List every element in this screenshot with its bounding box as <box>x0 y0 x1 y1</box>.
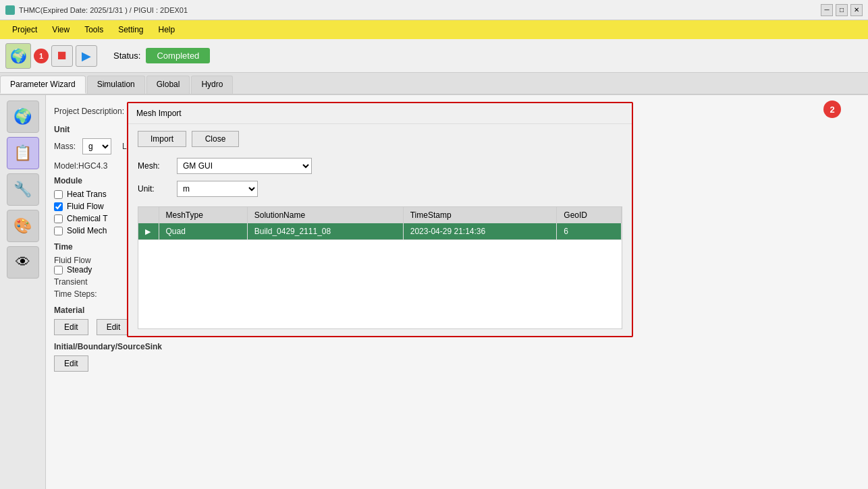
tab-global[interactable]: Global <box>146 76 190 94</box>
mesh-table: MeshType SolutionName TimeStamp GeoID <box>138 207 622 240</box>
main-content: 2 Project Description: Unit Mass: g kg l… <box>46 95 868 489</box>
col-timestamp: TimeStamp <box>403 207 557 223</box>
cell-solutionname: Build_0429_2111_08 <box>247 223 403 240</box>
menu-bar: Project View Tools Setting Help <box>0 20 868 39</box>
unit-modal-select[interactable]: m cm ft <box>177 181 258 197</box>
toolbar-icons: 🌍 1 ⏹ ▶ <box>5 43 97 69</box>
globe-button[interactable]: 🌍 <box>5 43 31 69</box>
table-row[interactable]: ▶ Quad Build_0429_2111_08 2023-04-29 21:… <box>138 223 622 240</box>
menu-setting[interactable]: Setting <box>111 23 150 36</box>
cell-geoid: 6 <box>557 223 622 240</box>
mesh-table-area: MeshType SolutionName TimeStamp GeoID <box>138 207 622 328</box>
unit-modal-label: Unit: <box>138 184 171 194</box>
badge-1: 1 <box>34 49 49 63</box>
modal-overlay: Mesh Import Import Close Mesh: GM GUI Ot… <box>46 95 868 380</box>
row-arrow: ▶ <box>138 223 159 240</box>
stop-button[interactable]: ⏹ <box>51 45 73 67</box>
sidebar: 🌍 📋 🔧 🎨 👁 <box>0 95 46 489</box>
unit-form-row: Unit: m cm ft <box>138 181 622 197</box>
sidebar-icon-0[interactable]: 🌍 <box>7 100 39 133</box>
window-controls[interactable]: ─ □ ✕ <box>821 4 863 16</box>
close-button[interactable]: ✕ <box>850 4 863 16</box>
mesh-form-row: Mesh: GM GUI Other <box>138 158 622 174</box>
minimize-button[interactable]: ─ <box>821 4 833 16</box>
maximize-button[interactable]: □ <box>836 4 848 16</box>
status-badge: Completed <box>146 48 210 63</box>
status-area: Status: Completed <box>113 48 210 63</box>
mesh-select[interactable]: GM GUI Other <box>177 158 312 174</box>
modal-body: Import Close Mesh: GM GUI Other Unit: <box>128 124 632 336</box>
sidebar-icon-2[interactable]: 🔧 <box>7 173 39 206</box>
menu-view[interactable]: View <box>45 23 76 36</box>
col-arrow <box>138 207 159 223</box>
tab-parameter-wizard[interactable]: Parameter Wizard <box>0 76 86 94</box>
content-area: 2 Project Description: Unit Mass: g kg l… <box>46 95 868 380</box>
tab-hydro[interactable]: Hydro <box>191 76 233 94</box>
cell-timestamp: 2023-04-29 21:14:36 <box>403 223 557 240</box>
sidebar-icon-4[interactable]: 👁 <box>7 246 39 279</box>
main-layout: 🌍 📋 🔧 🎨 👁 2 Project Description: Unit Ma… <box>0 95 868 489</box>
col-geoid: GeoID <box>557 207 622 223</box>
app-icon <box>5 5 15 15</box>
mesh-table-wrapper: MeshType SolutionName TimeStamp GeoID <box>138 206 622 329</box>
window-title: THMC(Expired Date: 2025/1/31 ) / PIGUI :… <box>19 6 188 14</box>
sidebar-icon-3[interactable]: 🎨 <box>7 210 39 242</box>
col-solutionname: SolutionName <box>247 207 403 223</box>
tab-bar: Parameter Wizard Simulation Global Hydro <box>0 73 868 95</box>
menu-help[interactable]: Help <box>152 23 182 36</box>
modal-title: Mesh Import <box>128 103 632 124</box>
import-button[interactable]: Import <box>138 131 186 147</box>
modal-button-row: Import Close <box>138 131 622 147</box>
menu-tools[interactable]: Tools <box>78 23 110 36</box>
close-button-modal[interactable]: Close <box>192 131 239 147</box>
col-meshtype: MeshType <box>159 207 247 223</box>
title-bar: THMC(Expired Date: 2025/1/31 ) / PIGUI :… <box>0 0 868 20</box>
tab-simulation[interactable]: Simulation <box>87 76 145 94</box>
play-button[interactable]: ▶ <box>76 45 97 67</box>
mesh-label: Mesh: <box>138 161 171 171</box>
cell-meshtype: Quad <box>159 223 247 240</box>
mesh-import-dialog: Mesh Import Import Close Mesh: GM GUI Ot… <box>127 102 633 337</box>
toolbar: 🌍 1 ⏹ ▶ Status: Completed <box>0 39 868 73</box>
status-label: Status: <box>113 51 140 61</box>
sidebar-icon-1[interactable]: 📋 <box>7 137 39 169</box>
menu-project[interactable]: Project <box>5 23 44 36</box>
